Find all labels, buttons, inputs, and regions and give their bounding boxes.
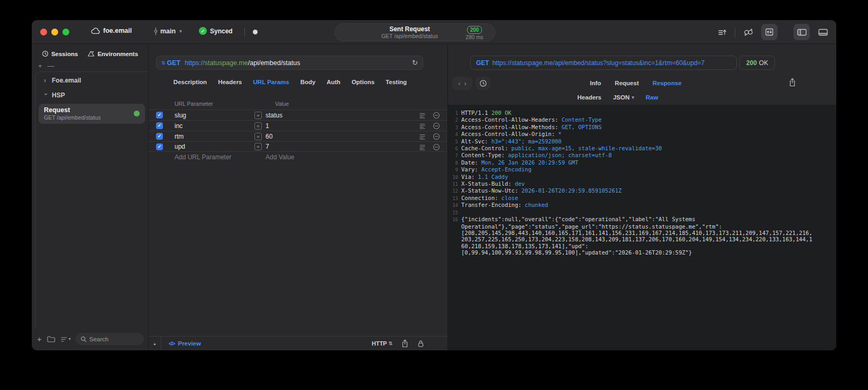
lock-icon[interactable] <box>417 340 424 348</box>
param-checkbox[interactable]: ✓ <box>156 143 163 150</box>
remove-session-button[interactable]: — <box>48 62 54 70</box>
toggle-sidebar-icon[interactable] <box>793 24 810 40</box>
line-number: 12 <box>448 187 461 194</box>
param-value-field[interactable]: status <box>266 112 282 119</box>
request-list-item-selected[interactable]: Request GET /api/embed/status <box>39 104 145 124</box>
param-value-field[interactable]: 7 <box>266 143 269 150</box>
resend-icon[interactable]: ↻ <box>412 59 418 67</box>
code-segment: Cache-Control: <box>461 145 511 151</box>
code-line: [208,205,145,298,443,140,160,165,171,161… <box>448 230 836 236</box>
branch-name: main <box>160 28 176 35</box>
param-description-icon[interactable] <box>418 122 426 130</box>
response-status-text: OK <box>759 59 768 67</box>
request-method[interactable]: GET <box>167 59 181 67</box>
sent-request-pill[interactable]: Sent Request GET /api/embed/status 200 2… <box>334 23 496 41</box>
toggle-bottom-panel-icon[interactable] <box>815 24 831 40</box>
code-text: Vary: Accept-Encoding <box>461 166 532 173</box>
sidebar-tab-environments[interactable]: Environments <box>87 50 138 57</box>
import-export-icon[interactable] <box>761 24 778 40</box>
param-description-icon[interactable] <box>418 112 426 119</box>
request-tab-body[interactable]: Body <box>300 78 316 86</box>
preview-label: Preview <box>178 340 200 347</box>
code-segment: dev <box>515 180 525 187</box>
response-tab-info[interactable]: Info <box>590 79 601 87</box>
line-number: 7 <box>448 152 461 159</box>
sidebar-search[interactable] <box>76 333 144 345</box>
check-icon: ✓ <box>158 134 162 139</box>
request-tab-url-params[interactable]: URL Params <box>253 78 289 86</box>
response-subtab-raw[interactable]: Raw <box>646 94 659 101</box>
code-line: 203,257,225,165,250,173,204,223,158,208,… <box>448 236 836 242</box>
response-subtab-headers[interactable]: Headers <box>578 94 601 101</box>
sort-list-icon[interactable]: ▾ <box>60 336 71 342</box>
code-line: 3Access-Control-Allow-Methods: GET, OPTI… <box>448 124 836 131</box>
sidebar-tab-sessions[interactable]: Sessions <box>42 50 78 57</box>
request-tab-auth[interactable]: Auth <box>326 78 340 86</box>
share-request-icon[interactable] <box>401 339 408 348</box>
export-response-icon[interactable] <box>789 78 796 87</box>
zoom-button[interactable] <box>62 29 69 35</box>
param-name-field[interactable]: upd <box>175 143 185 150</box>
remove-param-icon[interactable] <box>433 122 440 130</box>
request-tab-options[interactable]: Options <box>352 78 374 86</box>
add-value-field[interactable]: Add Value <box>266 153 295 161</box>
branch-menu[interactable]: main ▾ <box>153 27 182 35</box>
code-segment: Operational"},"page":"status","page_url"… <box>461 223 722 230</box>
param-value-field[interactable]: 60 <box>266 133 272 140</box>
new-folder-icon[interactable] <box>47 335 56 343</box>
tree-item-foe-email[interactable]: ›Foe.email <box>35 74 148 87</box>
param-row: ✓rtm=60 <box>149 131 447 141</box>
sessions-tree: ›Foe.email›HSP <box>35 74 148 102</box>
request-url-bar[interactable]: ⇅ GET https://statuspage.me/api/embed/st… <box>156 56 423 70</box>
check-icon: ✓ <box>158 123 162 128</box>
sidebar: SessionsEnvironments + — ›Foe.email›HSP … <box>32 44 149 350</box>
param-checkbox[interactable]: ✓ <box>156 122 163 129</box>
titlebar: foe.email main ▾ ✓ Synced Sent Request G… <box>32 20 836 44</box>
remove-param-icon[interactable] <box>433 112 440 119</box>
minimize-button[interactable] <box>51 29 58 35</box>
param-checkbox[interactable]: ✓ <box>156 133 163 140</box>
response-tab-request[interactable]: Request <box>615 79 638 87</box>
search-input[interactable] <box>89 336 139 342</box>
tree-item-hsp[interactable]: ›HSP <box>35 89 148 102</box>
param-checkbox[interactable]: ✓ <box>156 112 163 119</box>
protocol-value: HTTP <box>372 340 387 347</box>
param-description-icon[interactable] <box>418 133 426 140</box>
param-value-field[interactable]: 1 <box>266 122 269 130</box>
request-tab-description[interactable]: Description <box>173 78 207 86</box>
sync-status[interactable]: ✓ Synced <box>199 27 233 35</box>
preview-button[interactable]: </> Preview <box>169 340 201 347</box>
project-menu[interactable]: foe.email <box>91 27 132 34</box>
line-number: 15 <box>448 209 461 216</box>
method-stepper-icon[interactable]: ⇅ <box>161 60 166 66</box>
remove-param-icon[interactable] <box>433 133 440 140</box>
response-tab-response[interactable]: Response <box>653 79 682 87</box>
code-text: Access-Control-Allow-Origin: * <box>461 131 562 138</box>
code-segment: 60,218,159,138,178,135,173,141],"upd": <box>461 243 588 249</box>
add-url-parameter-field[interactable]: Add URL Parameter <box>175 153 232 161</box>
param-name-field[interactable]: rtm <box>175 133 184 140</box>
close-button[interactable] <box>40 29 47 35</box>
search-icon <box>80 336 87 342</box>
add-session-button[interactable]: + <box>38 62 42 70</box>
new-request-button[interactable]: + <box>37 335 42 343</box>
response-url-display[interactable]: GET https://statuspage.me/api/embed/stat… <box>470 56 737 70</box>
request-queue-icon[interactable] <box>714 24 730 40</box>
remove-param-icon[interactable] <box>433 143 440 151</box>
param-name-field[interactable]: inc <box>175 122 182 130</box>
response-body[interactable]: 1HTTP/1.1 200 OK2Access-Control-Allow-He… <box>448 105 836 350</box>
sent-request-title: Sent Request <box>359 25 460 33</box>
collapse-panel-icon[interactable]: ▲ <box>149 337 161 350</box>
code-segment: GET, OPTIONS <box>562 124 602 130</box>
dynamic-values-icon[interactable] <box>740 24 756 40</box>
window-content: SessionsEnvironments + — ›Foe.email›HSP … <box>32 44 836 350</box>
response-method: GET <box>476 59 489 67</box>
code-text: Transfer-Encoding: chunked <box>461 202 548 208</box>
param-name-field[interactable]: slug <box>175 112 186 119</box>
response-subtab-json[interactable]: JSON▾ <box>613 94 634 101</box>
request-tab-headers[interactable]: Headers <box>218 78 242 86</box>
request-tab-testing[interactable]: Testing <box>386 78 407 86</box>
param-description-icon[interactable] <box>418 143 426 151</box>
protocol-select[interactable]: HTTP ⇅ <box>372 340 392 347</box>
code-segment: Access-Control-Allow-Headers: <box>461 116 562 123</box>
